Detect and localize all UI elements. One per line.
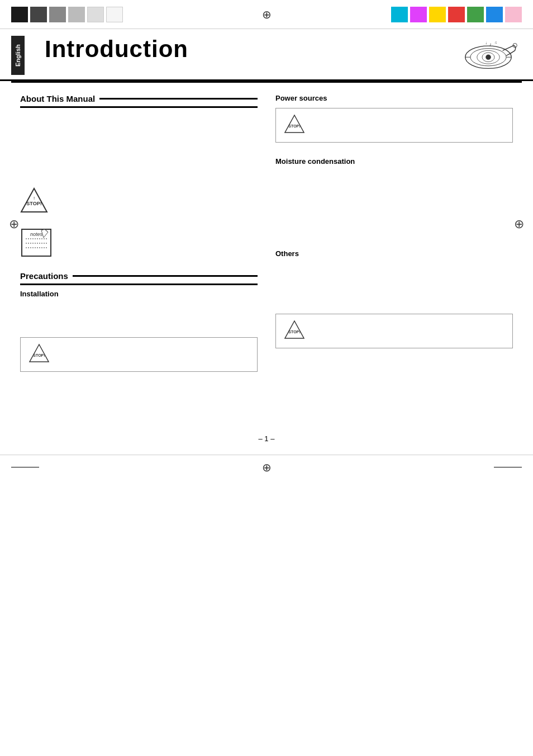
registration-cross-bottom: ⊕ [262,461,272,474]
svg-text:!: ! [34,196,35,201]
others-heading: Others [275,249,513,258]
about-manual-heading: About This Manual [20,94,95,103]
warning-box-others: STOP! [275,314,513,348]
bottom-bar-line-left [11,467,39,467]
notes-icon: notes [20,228,258,260]
swatch-black [11,7,28,22]
bottom-bar-line-right [494,467,522,467]
swatch-blue [486,7,503,22]
precautions-section: Precautions Installation STOP! [20,271,258,400]
product-image: ♪ ♫ ♩ [455,36,522,75]
swatches-right [391,7,522,22]
swatch-magenta [410,7,427,22]
svg-text:♫: ♫ [494,40,497,44]
svg-text:STOP!: STOP! [26,201,41,206]
svg-text:STOP!: STOP! [288,124,300,128]
page-number: – 1 – [259,434,275,443]
swatch-yellow [429,7,446,22]
stop-icon-others: STOP! [284,320,305,342]
swatch-cyan [391,7,408,22]
warning-box-installation: STOP! [20,337,258,372]
language-tab: English [11,36,25,75]
installation-label: Installation [20,290,258,298]
swatch-white-ish [87,7,104,22]
swatch-green [467,7,484,22]
svg-point-4 [486,54,491,59]
swatch-red [448,7,465,22]
swatch-dark-gray [30,7,47,22]
moisture-heading: Moisture condensation [275,157,513,166]
swatches-left [11,7,123,22]
swatch-light-gray [68,7,85,22]
right-crosshair: ⊕ [514,217,524,231]
registration-cross-top: ⊕ [262,8,272,21]
moisture-section: Moisture condensation [275,157,513,238]
precautions-heading: Precautions [20,271,68,281]
stop-icon-left: STOP! ! [20,187,258,216]
swatch-light-pink [505,7,522,22]
svg-text:♪: ♪ [489,42,492,47]
right-column: Power sources STOP! Moisture condensatio… [266,94,513,400]
warning-box-power: STOP! [275,108,513,143]
left-crosshair: ⊕ [9,217,19,231]
stop-icon-power: STOP! [284,114,305,136]
others-section: Others STOP! [275,249,513,348]
svg-text:♩: ♩ [486,41,487,45]
stop-icon-installation: STOP! [28,343,50,366]
page-title: Introduction [45,36,455,63]
power-sources-heading: Power sources [275,94,513,102]
svg-text:STOP!: STOP! [33,353,45,357]
swatch-white [106,7,123,22]
top-bar: ⊕ [0,0,533,29]
svg-text:STOP!: STOP! [288,330,300,334]
left-column: About This Manual STOP! ! [20,94,266,400]
svg-text:notes: notes [30,231,43,237]
swatch-mid-gray [49,7,66,22]
power-sources-section: Power sources STOP! [275,94,513,157]
